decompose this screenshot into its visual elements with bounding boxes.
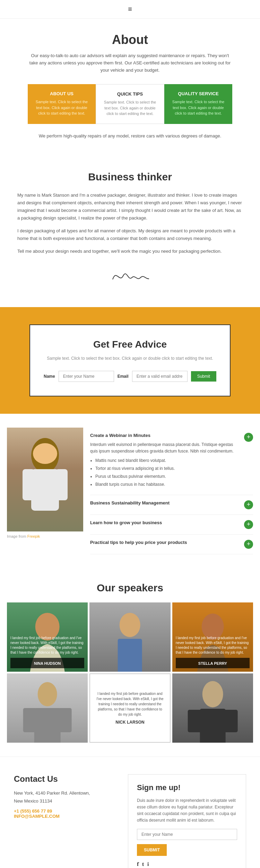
webinar-item-2-plus[interactable]: + [244, 500, 253, 509]
cta-name-label: Name [44, 374, 55, 379]
instagram-icon[interactable]: 𝐢 [147, 861, 149, 867]
webinar-item-1: Create a Webinar in Minutes Interdum vel… [90, 428, 253, 495]
business-section: Business thinker My name is Mark Stanson… [0, 154, 260, 307]
speaker-stella-overlay: I landed my first job before graduation … [172, 632, 253, 672]
business-title: Business thinker [17, 171, 243, 183]
speaker-stella-name: STELLA PERRY [198, 661, 227, 665]
svg-point-13 [202, 681, 223, 707]
speaker-bottom-right-bg [172, 673, 253, 743]
speaker-nick-quote: I landed my first job before graduation … [95, 691, 164, 717]
svg-rect-11 [23, 708, 36, 732]
bullet-3: Purus ut faucibus pulvinar elementum. [95, 473, 241, 480]
speaker-bottom-right [172, 673, 253, 743]
webinar-item-3-plus[interactable]: + [244, 520, 253, 529]
about-title: About [28, 33, 232, 47]
contact-phone: +1 (555) 656 77 89 [14, 808, 114, 814]
contact-email: INFO@SAMPLE.COM [14, 814, 114, 819]
card-quick-tips-text: Sample text. Click to select the text bo… [103, 99, 157, 117]
svg-rect-16 [224, 710, 237, 732]
business-para-3: Tell me about your design needs and toge… [17, 248, 243, 255]
speaker-nina-overlay: I landed my first job before graduation … [7, 632, 88, 672]
speakers-grid: I landed my first job before graduation … [7, 602, 253, 743]
svg-rect-4 [55, 469, 68, 500]
speakers-section: Our speakers I landed my first job befor… [0, 568, 260, 757]
image-credit: Image from Freepik [7, 534, 83, 538]
cards-row: ABOUT US Sample text. Click to select th… [28, 84, 232, 124]
speaker-nina: I landed my first job before graduation … [7, 602, 88, 672]
business-para-1: My name is Mark Stanson and I'm a creati… [17, 191, 243, 222]
card-about-us-text: Sample text. Click to select the text bo… [35, 99, 89, 116]
webinar-item-1-plus[interactable]: + [244, 433, 253, 442]
webinar-item-4: Practical tips to help you price your pr… [90, 535, 253, 554]
cta-box: Get Free Advice Sample text. Click to se… [29, 324, 231, 396]
speaker-stella-name-bar: STELLA PERRY [176, 658, 250, 668]
cta-banner: Get Free Advice Sample text. Click to se… [0, 307, 260, 413]
signup-title: Sign me up! [137, 783, 237, 792]
webinar-item-2-title: Business Sustainability Management [90, 500, 170, 505]
card-about-us: ABOUT US Sample text. Click to select th… [28, 84, 96, 124]
speaker-center-bg [89, 602, 170, 672]
social-icons-row: 𝐟 𝐭 𝐢 [137, 861, 237, 867]
cta-title: Get Free Advice [44, 339, 216, 350]
contact-section: Contact Us New York, 4140 Parker Rd. All… [0, 757, 260, 868]
card-quality-service-title: QUALITY SERVICE [171, 91, 225, 96]
bullet-1: Mattis nunc sed blandit libero volutpat. [95, 457, 241, 464]
speaker-nina-bg: I landed my first job before graduation … [7, 602, 88, 672]
card-quick-tips: QUICK TIPS Sample text. Click to select … [96, 84, 164, 124]
cta-email-label: Email [118, 374, 129, 379]
webinar-section: Image from Freepik Create a Webinar in M… [0, 414, 260, 568]
about-description: Our easy-to-talk-to auto car advisors wi… [28, 52, 232, 74]
speaker-bottom-left-bg [7, 673, 88, 743]
cta-email-input[interactable] [132, 371, 188, 382]
facebook-icon[interactable]: 𝐟 [137, 861, 139, 867]
card-quality-service: QUALITY SERVICE Sample text. Click to se… [164, 84, 232, 124]
svg-rect-15 [188, 710, 201, 732]
contact-title: Contact Us [14, 774, 114, 784]
bullet-4: Blandit turpis cursus in hac habitasse. [95, 481, 241, 488]
signature [17, 266, 243, 290]
svg-rect-2 [31, 469, 59, 511]
cta-submit-button[interactable]: Submit [191, 371, 216, 382]
business-para-2: I design packaging of all types and for … [17, 227, 243, 242]
speaker-bottom-left [7, 673, 88, 743]
webinar-person-image [7, 428, 83, 531]
signup-name-input[interactable] [137, 829, 237, 840]
signup-description: Duis aute irure dolor in reprehenderit i… [137, 797, 237, 824]
speaker-stella-quote: I landed my first job before graduation … [176, 636, 250, 655]
svg-point-1 [33, 443, 57, 464]
cta-name-input[interactable] [59, 371, 114, 382]
speaker-nick-name: NICK LARSON [115, 720, 144, 725]
speaker-center [89, 602, 170, 672]
webinar-item-4-title: Practical tips to help you price your pr… [90, 540, 187, 545]
twitter-icon[interactable]: 𝐭 [142, 861, 144, 867]
webinar-item-2: Business Sustainability Management + [90, 495, 253, 515]
svg-point-6 [120, 613, 140, 637]
bullet-2: Tortor at risus viverra adipiscing at in… [95, 465, 241, 472]
speakers-title: Our speakers [7, 582, 253, 594]
about-section: About Our easy-to-talk-to auto car advis… [0, 19, 260, 154]
card-quality-service-text: Sample text. Click to select the text bo… [171, 99, 225, 116]
webinar-item-1-body: Create a Webinar in Minutes Interdum vel… [90, 433, 241, 490]
svg-point-9 [38, 682, 57, 706]
svg-rect-10 [34, 708, 61, 743]
contact-right: Sign me up! Duis aute irure dolor in rep… [128, 774, 246, 868]
hamburger-icon[interactable]: ≡ [128, 5, 132, 13]
signup-submit-button[interactable]: SUBMIT [137, 844, 167, 856]
speaker-nick: I landed my first job before graduation … [89, 673, 170, 743]
svg-rect-7 [118, 639, 142, 672]
cta-form: Name Email Submit [44, 371, 216, 382]
speaker-stella-bg: I landed my first job before graduation … [172, 602, 253, 672]
webinar-content: Create a Webinar in Minutes Interdum vel… [90, 428, 253, 554]
svg-rect-3 [23, 469, 35, 500]
speaker-stella: I landed my first job before graduation … [172, 602, 253, 672]
webinar-item-3-title: Learn how to grow your business [90, 520, 162, 525]
card-about-us-title: ABOUT US [35, 91, 89, 96]
webinar-item-3: Learn how to grow your business + [90, 515, 253, 535]
card-quick-tips-title: QUICK TIPS [103, 91, 157, 97]
webinar-item-1-title: Create a Webinar in Minutes [90, 433, 241, 438]
contact-left: Contact Us New York, 4140 Parker Rd. All… [14, 774, 114, 868]
svg-rect-12 [59, 708, 72, 732]
webinar-item-4-plus[interactable]: + [244, 540, 253, 549]
header: ≡ [0, 0, 260, 19]
freepik-link[interactable]: Freepik [27, 534, 40, 538]
